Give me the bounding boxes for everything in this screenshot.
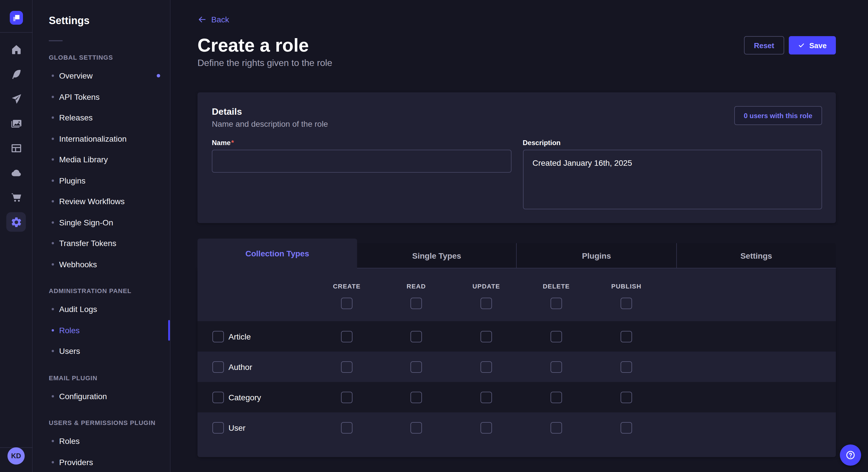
select-all-delete-checkbox[interactable]: [551, 298, 562, 309]
required-asterisk: *: [231, 139, 234, 147]
rail-nav: [5, 38, 28, 233]
bullet-icon: [52, 350, 54, 352]
help-icon: [845, 450, 856, 461]
bullet-icon: [52, 117, 54, 119]
article-delete-checkbox[interactable]: [551, 331, 562, 342]
layout-icon[interactable]: [5, 136, 28, 160]
bullet-icon: [52, 159, 54, 161]
category-read-checkbox[interactable]: [410, 392, 422, 403]
paper-plane-icon[interactable]: [5, 87, 28, 110]
user-publish-checkbox[interactable]: [621, 422, 632, 433]
bullet-icon: [52, 308, 54, 310]
reset-button[interactable]: Reset: [744, 36, 784, 55]
category-create-checkbox[interactable]: [341, 392, 352, 403]
category-delete-checkbox[interactable]: [551, 392, 562, 403]
section-users-permissions-plugin: USERS & PERMISSIONS PLUGIN: [49, 419, 170, 427]
tab-plugins[interactable]: Plugins: [517, 243, 676, 268]
help-button[interactable]: [840, 444, 861, 466]
sidebar-title: Settings: [49, 15, 170, 26]
users-with-role-button[interactable]: 0 users with this role: [734, 106, 822, 125]
permissions-panel: CREATE READ UPDATE DELETE PUBLISH Artic: [197, 268, 836, 457]
select-all-create-checkbox[interactable]: [341, 298, 352, 309]
user-read-checkbox[interactable]: [410, 422, 422, 433]
cart-icon[interactable]: [5, 186, 28, 209]
strapi-logo[interactable]: [9, 11, 23, 25]
bullet-icon: [52, 329, 54, 332]
back-arrow-icon: [197, 15, 207, 24]
feather-icon[interactable]: [5, 63, 28, 86]
author-create-checkbox[interactable]: [341, 361, 352, 372]
main-content: Back Create a role Reset Save Define: [170, 0, 868, 472]
section-email-plugin: EMAIL PLUGIN: [49, 374, 170, 382]
user-delete-checkbox[interactable]: [551, 422, 562, 433]
article-row-checkbox[interactable]: [212, 331, 224, 342]
sidebar-item-configuration[interactable]: Configuration: [49, 386, 170, 407]
role-name-input[interactable]: [212, 150, 511, 173]
permission-row-author: Author: [197, 351, 836, 382]
bullet-icon: [52, 179, 54, 182]
sidebar-item-webhooks[interactable]: Webhooks: [49, 254, 170, 275]
sidebar-item-plugins[interactable]: Plugins: [49, 170, 170, 191]
category-row-checkbox[interactable]: [212, 392, 224, 403]
role-description-textarea[interactable]: Created January 16th, 2025: [523, 150, 822, 209]
sidebar-item-review-workflows[interactable]: Review Workflows: [49, 191, 170, 212]
sidebar-item-users[interactable]: Users: [49, 341, 170, 362]
select-all-update-checkbox[interactable]: [480, 298, 492, 309]
tab-single-types[interactable]: Single Types: [357, 243, 516, 268]
select-all-read-checkbox[interactable]: [410, 298, 422, 309]
category-publish-checkbox[interactable]: [621, 392, 632, 403]
select-all-publish-checkbox[interactable]: [621, 298, 632, 309]
author-read-checkbox[interactable]: [410, 361, 422, 372]
author-publish-checkbox[interactable]: [621, 361, 632, 372]
bullet-icon: [52, 440, 54, 442]
sidebar-item-single-sign-on[interactable]: Single Sign-On: [49, 212, 170, 233]
article-publish-checkbox[interactable]: [621, 331, 632, 342]
permission-row-article: Article: [197, 321, 836, 351]
home-icon[interactable]: [5, 38, 28, 61]
description-label: Description: [523, 138, 822, 147]
bullet-icon: [52, 138, 54, 140]
author-update-checkbox[interactable]: [480, 361, 492, 372]
page-title: Create a role: [197, 34, 309, 57]
cloud-icon[interactable]: [5, 161, 28, 184]
settings-sidebar: Settings GLOBAL SETTINGS Overview API To…: [33, 0, 170, 472]
sidebar-item-audit-logs[interactable]: Audit Logs: [49, 299, 170, 320]
save-button[interactable]: Save: [788, 36, 836, 55]
sidebar-item-api-tokens[interactable]: API Tokens: [49, 86, 170, 107]
author-delete-checkbox[interactable]: [551, 361, 562, 372]
user-row-checkbox[interactable]: [212, 422, 224, 433]
tab-collection-types[interactable]: Collection Types: [197, 239, 357, 268]
tab-settings[interactable]: Settings: [677, 243, 836, 268]
permission-row-user: User: [197, 412, 836, 443]
article-update-checkbox[interactable]: [480, 331, 492, 342]
avatar[interactable]: KD: [7, 447, 25, 465]
sidebar-item-roles-up[interactable]: Roles: [49, 431, 170, 452]
sidebar-item-overview[interactable]: Overview: [49, 65, 170, 86]
sidebar-title-divider: [49, 40, 63, 41]
column-create: CREATE: [333, 283, 361, 290]
sidebar-item-internationalization[interactable]: Internationalization: [49, 128, 170, 149]
bullet-icon: [52, 222, 54, 224]
page-subtitle: Define the rights given to the role: [197, 58, 836, 68]
user-update-checkbox[interactable]: [480, 422, 492, 433]
article-read-checkbox[interactable]: [410, 331, 422, 342]
category-update-checkbox[interactable]: [480, 392, 492, 403]
article-create-checkbox[interactable]: [341, 331, 352, 342]
back-link[interactable]: Back: [197, 15, 229, 24]
sidebar-item-transfer-tokens[interactable]: Transfer Tokens: [49, 233, 170, 254]
author-row-checkbox[interactable]: [212, 361, 224, 372]
sidebar-item-roles-admin[interactable]: Roles: [49, 320, 170, 341]
check-icon: [798, 42, 805, 49]
details-title: Details: [212, 106, 328, 117]
bullet-icon: [52, 96, 54, 98]
sidebar-item-media-library[interactable]: Media Library: [49, 149, 170, 170]
media-library-icon[interactable]: [5, 112, 28, 135]
sidebar-item-releases[interactable]: Releases: [49, 107, 170, 128]
strapi-logo-glyph: [12, 14, 20, 22]
gear-icon[interactable]: [6, 212, 26, 232]
user-create-checkbox[interactable]: [341, 422, 352, 433]
sidebar-item-providers[interactable]: Providers: [49, 452, 170, 472]
column-delete: DELETE: [543, 283, 570, 290]
details-subtitle: Name and description of the role: [212, 119, 328, 129]
bullet-icon: [52, 75, 54, 77]
